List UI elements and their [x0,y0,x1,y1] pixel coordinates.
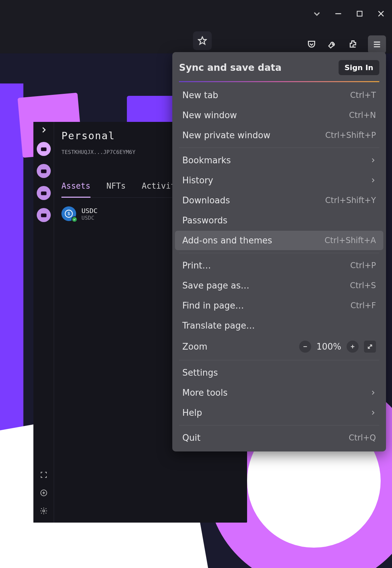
usdc-icon: $ [61,206,76,221]
svg-text:$: $ [67,211,70,216]
sync-title: Sync and save data [179,62,281,73]
svg-point-19 [43,510,45,512]
asset-subname: USDC [81,215,97,221]
account-2[interactable] [37,164,51,178]
menu-zoom: Zoom 100% [175,336,383,357]
svg-rect-15 [44,215,45,216]
extensions-icon[interactable] [347,39,359,50]
svg-rect-11 [44,171,45,172]
maximize-button[interactable] [355,9,365,19]
menu-downloads[interactable]: Downloads Ctrl+Shift+Y [175,191,383,210]
svg-rect-8 [41,147,46,151]
developer-tools-icon[interactable] [327,39,338,50]
window-titlebar [0,0,392,53]
zoom-out-button[interactable] [299,341,311,353]
minimize-button[interactable] [333,9,343,19]
add-account-icon[interactable] [39,488,49,498]
menu-addons-themes[interactable]: Add-ons and themes Ctrl+Shift+A [175,231,383,250]
app-menu: Sync and save data Sign In New tab Ctrl+… [172,52,386,451]
menu-more-tools[interactable]: More tools [175,383,383,402]
svg-rect-12 [41,191,46,195]
settings-gear-icon[interactable] [39,506,49,516]
menu-print[interactable]: Print… Ctrl+P [175,256,383,275]
zoom-in-button[interactable] [347,341,359,353]
svg-rect-14 [41,213,46,217]
chevron-right-icon [370,175,376,185]
sign-in-button[interactable]: Sign In [339,60,379,75]
bookmark-star-icon[interactable] [193,31,212,50]
pocket-icon[interactable] [306,39,317,50]
menu-history[interactable]: History [175,171,383,190]
wallet-sidebar [33,122,54,523]
menu-bookmarks[interactable]: Bookmarks [175,151,383,170]
svg-rect-9 [44,149,45,150]
account-3[interactable] [37,186,51,200]
svg-line-28 [368,345,372,349]
scan-icon[interactable] [39,470,49,480]
account-1[interactable] [37,142,51,156]
asset-name: USDC [81,207,97,215]
fullscreen-button[interactable] [364,341,376,353]
menu-new-window[interactable]: New window Ctrl+N [175,106,383,125]
chevron-right-icon [370,408,376,418]
menu-passwords[interactable]: Passwords [175,211,383,230]
account-4[interactable] [37,208,51,222]
menu-translate-page[interactable]: Translate page… [175,316,383,335]
menu-help[interactable]: Help [175,403,383,422]
svg-marker-4 [198,37,206,44]
svg-rect-1 [357,11,362,16]
close-button[interactable] [376,9,386,19]
zoom-value: 100% [317,342,341,352]
menu-quit[interactable]: Quit Ctrl+Q [175,428,383,447]
gradient-divider [179,81,379,82]
verified-badge-icon [71,216,77,222]
chevron-right-icon [370,155,376,165]
tab-overflow-icon[interactable] [312,9,322,19]
menu-new-tab[interactable]: New tab Ctrl+T [175,85,383,105]
svg-rect-10 [41,169,46,173]
menu-new-private-window[interactable]: New private window Ctrl+Shift+P [175,126,383,145]
svg-rect-13 [44,193,45,194]
tab-assets[interactable]: Assets [61,181,90,198]
app-menu-button[interactable] [368,35,386,53]
menu-find-in-page[interactable]: Find in page… Ctrl+F [175,296,383,315]
chevron-right-icon [370,388,376,398]
menu-save-page-as[interactable]: Save page as… Ctrl+S [175,276,383,295]
menu-settings[interactable]: Settings [175,363,383,382]
expand-sidebar-button[interactable] [40,126,48,134]
tab-nfts[interactable]: NFTs [107,181,126,197]
